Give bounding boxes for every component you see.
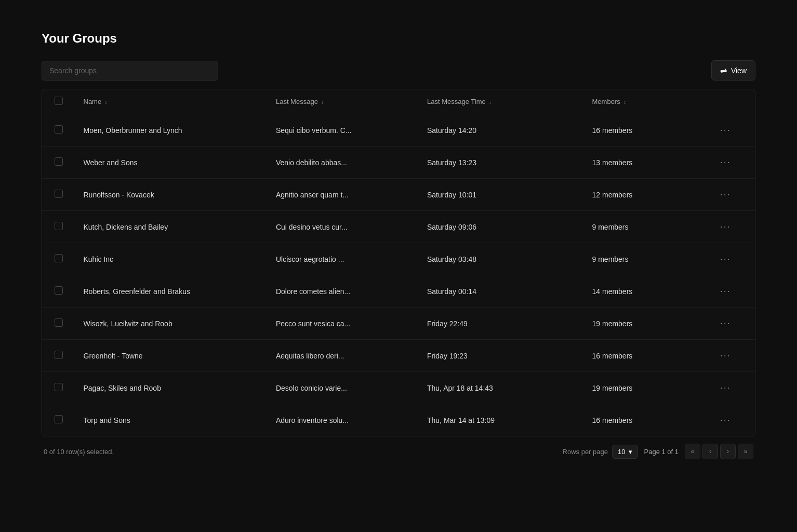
table-row: Greenholt - Towne Aequitas libero deri..… — [42, 340, 755, 372]
row-actions-cell: ··· — [708, 243, 755, 275]
row-last-message: Aequitas libero deri... — [268, 340, 419, 372]
header-name: Name ↕ — [75, 89, 268, 114]
page-info: Page 1 of 1 — [644, 448, 679, 456]
table-row: Moen, Oberbrunner and Lynch Sequi cibo v… — [42, 114, 755, 147]
row-checkbox[interactable] — [55, 383, 63, 391]
row-checkbox-cell — [42, 340, 75, 372]
sort-icon: ↕ — [321, 99, 324, 105]
row-checkbox[interactable] — [55, 222, 63, 230]
row-more-button[interactable]: ··· — [716, 284, 735, 299]
view-button[interactable]: ⇌ View — [711, 60, 755, 81]
last-message-time-sort-button[interactable]: Last Message Time ↓ — [427, 98, 576, 105]
row-last-message: Pecco sunt vesica ca... — [268, 308, 419, 340]
header-last-message: Last Message ↕ — [268, 89, 419, 114]
toolbar: ⇌ View — [42, 60, 755, 81]
row-checkbox[interactable] — [55, 190, 63, 198]
select-all-checkbox[interactable] — [55, 97, 63, 105]
row-last-message-time: Friday 19:23 — [419, 340, 584, 372]
row-more-button[interactable]: ··· — [716, 123, 735, 138]
row-checkbox[interactable] — [55, 415, 63, 423]
row-more-button[interactable]: ··· — [716, 187, 735, 202]
last-page-button[interactable]: » — [738, 444, 753, 459]
row-last-message: Desolo conicio varie... — [268, 372, 419, 404]
row-checkbox[interactable] — [55, 157, 63, 166]
chevron-down-icon: ▾ — [629, 448, 632, 456]
row-checkbox[interactable] — [55, 318, 63, 327]
row-name: Weber and Sons — [75, 147, 268, 179]
row-actions-cell: ··· — [708, 340, 755, 372]
rows-per-page-control: Rows per page 10 ▾ — [563, 445, 638, 459]
row-members: 16 members — [584, 404, 708, 436]
row-more-button[interactable]: ··· — [716, 348, 735, 363]
rows-per-page-select[interactable]: 10 ▾ — [612, 445, 637, 459]
name-sort-button[interactable]: Name ↕ — [84, 98, 259, 105]
row-last-message: Dolore cometes alien... — [268, 275, 419, 308]
row-last-message-time: Saturday 00:14 — [419, 275, 584, 308]
header-last-message-time: Last Message Time ↓ — [419, 89, 584, 114]
row-members: 19 members — [584, 372, 708, 404]
row-last-message: Ulciscor aegrotatio ... — [268, 243, 419, 275]
row-more-button[interactable]: ··· — [716, 316, 735, 331]
table-row: Kutch, Dickens and Bailey Cui desino vet… — [42, 211, 755, 243]
row-actions-cell: ··· — [708, 308, 755, 340]
row-members: 16 members — [584, 340, 708, 372]
row-name: Roberts, Greenfelder and Brakus — [75, 275, 268, 308]
row-name: Torp and Sons — [75, 404, 268, 436]
row-checkbox[interactable] — [55, 125, 63, 134]
row-members: 16 members — [584, 114, 708, 147]
row-members: 9 members — [584, 243, 708, 275]
members-sort-button[interactable]: Members ↕ — [592, 98, 699, 105]
row-name: Moen, Oberbrunner and Lynch — [75, 114, 268, 147]
sliders-icon: ⇌ — [720, 65, 727, 75]
header-actions — [708, 89, 755, 114]
row-last-message-time: Saturday 14:20 — [419, 114, 584, 147]
table-row: Weber and Sons Venio debilito abbas... S… — [42, 147, 755, 179]
row-more-button[interactable]: ··· — [716, 251, 735, 267]
row-last-message-time: Saturday 13:23 — [419, 147, 584, 179]
row-checkbox-cell — [42, 114, 75, 147]
nav-buttons: « ‹ › » — [685, 444, 753, 459]
row-last-message-time: Saturday 03:48 — [419, 243, 584, 275]
row-checkbox[interactable] — [55, 351, 63, 359]
table-row: Kuhic Inc Ulciscor aegrotatio ... Saturd… — [42, 243, 755, 275]
row-more-button[interactable]: ··· — [716, 380, 735, 395]
row-members: 12 members — [584, 179, 708, 211]
row-checkbox-cell — [42, 404, 75, 436]
last-message-sort-button[interactable]: Last Message ↕ — [276, 98, 410, 105]
row-last-message: Sequi cibo verbum. C... — [268, 114, 419, 147]
row-last-message-time: Thu, Mar 14 at 13:09 — [419, 404, 584, 436]
next-page-button[interactable]: › — [720, 444, 736, 459]
rows-per-page-label: Rows per page — [563, 448, 608, 456]
sort-icon-active: ↓ — [489, 99, 492, 105]
row-last-message: Cui desino vetus cur... — [268, 211, 419, 243]
header-checkbox-cell — [42, 89, 75, 114]
row-checkbox-cell — [42, 211, 75, 243]
row-more-button[interactable]: ··· — [716, 155, 735, 170]
table-row: Pagac, Skiles and Roob Desolo conicio va… — [42, 372, 755, 404]
row-name: Runolfsson - Kovacek — [75, 179, 268, 211]
row-actions-cell: ··· — [708, 372, 755, 404]
row-actions-cell: ··· — [708, 275, 755, 308]
table-footer: 0 of 10 row(s) selected. Rows per page 1… — [42, 436, 755, 467]
pagination-controls: Rows per page 10 ▾ Page 1 of 1 « ‹ › » — [563, 444, 753, 459]
search-input[interactable] — [42, 61, 218, 81]
row-actions-cell: ··· — [708, 211, 755, 243]
groups-table: Name ↕ Last Message ↕ Last Message Time — [42, 89, 755, 436]
row-checkbox[interactable] — [55, 254, 63, 262]
row-members: 19 members — [584, 308, 708, 340]
row-last-message-time: Friday 22:49 — [419, 308, 584, 340]
row-more-button[interactable]: ··· — [716, 413, 735, 428]
row-more-button[interactable]: ··· — [716, 219, 735, 234]
row-name: Greenholt - Towne — [75, 340, 268, 372]
row-checkbox-cell — [42, 147, 75, 179]
row-checkbox-cell — [42, 243, 75, 275]
table-row: Runolfsson - Kovacek Agnitio anser quam … — [42, 179, 755, 211]
row-checkbox-cell — [42, 275, 75, 308]
sort-icon: ↕ — [623, 99, 627, 105]
page-title: Your Groups — [42, 31, 755, 46]
row-checkbox[interactable] — [55, 286, 63, 295]
row-name: Kuhic Inc — [75, 243, 268, 275]
prev-page-button[interactable]: ‹ — [702, 444, 718, 459]
first-page-button[interactable]: « — [685, 444, 700, 459]
row-members: 9 members — [584, 211, 708, 243]
